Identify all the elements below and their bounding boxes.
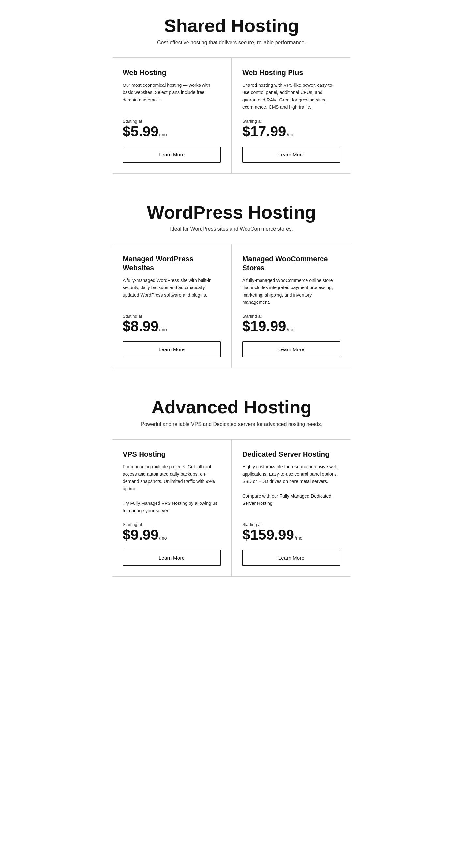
dedicated-server-price: $159.99 <box>242 528 294 542</box>
advanced-hosting-subtitle: Powerful and reliable VPS and Dedicated … <box>111 421 352 427</box>
web-hosting-plus-price-label: Starting at <box>242 119 340 124</box>
web-hosting-plus-description: Shared hosting with VPS-like power, easy… <box>242 82 340 111</box>
dedicated-server-card: Dedicated Server Hosting Highly customiz… <box>232 439 351 577</box>
dedicated-server-period: /mo <box>295 535 302 541</box>
dedicated-server-price-row: $159.99 /mo <box>242 528 340 542</box>
managed-woocommerce-learn-more-button[interactable]: Learn More <box>242 341 340 357</box>
web-hosting-plus-price: $17.99 <box>242 124 286 139</box>
web-hosting-plus-price-row: $17.99 /mo <box>242 124 340 139</box>
vps-hosting-link[interactable]: manage your server <box>128 508 169 513</box>
vps-hosting-price: $9.99 <box>123 528 159 542</box>
advanced-hosting-cards: VPS Hosting For managing multiple projec… <box>111 439 352 577</box>
dedicated-server-title: Dedicated Server Hosting <box>242 450 340 459</box>
shared-hosting-section: Shared Hosting Cost-effective hosting th… <box>101 0 362 187</box>
managed-wordpress-price: $8.99 <box>123 319 159 334</box>
advanced-hosting-title: Advanced Hosting <box>111 397 352 417</box>
web-hosting-learn-more-button[interactable]: Learn More <box>123 147 221 162</box>
managed-woocommerce-price: $19.99 <box>242 319 286 334</box>
managed-woocommerce-price-label: Starting at <box>242 314 340 318</box>
vps-hosting-card: VPS Hosting For managing multiple projec… <box>112 439 232 577</box>
vps-hosting-price-label: Starting at <box>123 522 221 527</box>
managed-wordpress-period: /mo <box>159 327 167 332</box>
vps-hosting-description-extra: Try Fully Managed VPS Hosting by allowin… <box>123 500 221 514</box>
managed-wordpress-price-label: Starting at <box>123 314 221 318</box>
managed-wordpress-card: Managed WordPress Websites A fully-manag… <box>112 244 232 368</box>
dedicated-server-learn-more-button[interactable]: Learn More <box>242 550 340 566</box>
dedicated-server-price-label: Starting at <box>242 522 340 527</box>
managed-wordpress-title: Managed WordPress Websites <box>123 255 221 272</box>
web-hosting-plus-title: Web Hosting Plus <box>242 68 340 77</box>
dedicated-server-description-main: Highly customizable for resource-intensi… <box>242 463 340 485</box>
managed-wordpress-description: A fully-managed WordPress site with buil… <box>123 277 221 306</box>
managed-woocommerce-description: A fully-managed WooCommerce online store… <box>242 277 340 306</box>
advanced-hosting-section: Advanced Hosting Powerful and reliable V… <box>101 381 362 590</box>
web-hosting-card: Web Hosting Our most economical hosting … <box>112 58 232 173</box>
managed-woocommerce-card: Managed WooCommerce Stores A fully-manag… <box>232 244 351 368</box>
vps-hosting-description-main: For managing multiple projects. Get full… <box>123 463 221 492</box>
shared-hosting-subtitle: Cost-effective hosting that delivers sec… <box>111 40 352 46</box>
dedicated-server-description: Highly customizable for resource-intensi… <box>242 463 340 514</box>
wordpress-hosting-title: WordPress Hosting <box>111 202 352 222</box>
vps-hosting-period: /mo <box>159 535 167 541</box>
dedicated-server-description-extra: Compare with our Fully Managed Dedicated… <box>242 492 340 507</box>
managed-woocommerce-price-row: $19.99 /mo <box>242 319 340 334</box>
wordpress-hosting-cards: Managed WordPress Websites A fully-manag… <box>111 244 352 368</box>
wordpress-hosting-subtitle: Ideal for WordPress sites and WooCommerc… <box>111 226 352 232</box>
web-hosting-period: /mo <box>159 132 167 137</box>
web-hosting-price: $5.99 <box>123 124 159 139</box>
web-hosting-title: Web Hosting <box>123 68 221 77</box>
shared-hosting-cards: Web Hosting Our most economical hosting … <box>111 57 352 174</box>
managed-woocommerce-title: Managed WooCommerce Stores <box>242 255 340 272</box>
managed-woocommerce-period: /mo <box>287 327 294 332</box>
vps-hosting-description: For managing multiple projects. Get full… <box>123 463 221 514</box>
web-hosting-plus-period: /mo <box>287 132 294 137</box>
web-hosting-description: Our most economical hosting — works with… <box>123 82 221 111</box>
vps-hosting-learn-more-button[interactable]: Learn More <box>123 550 221 566</box>
vps-hosting-price-row: $9.99 /mo <box>123 528 221 542</box>
web-hosting-price-row: $5.99 /mo <box>123 124 221 139</box>
managed-wordpress-learn-more-button[interactable]: Learn More <box>123 341 221 357</box>
shared-hosting-title: Shared Hosting <box>111 16 352 36</box>
managed-wordpress-price-row: $8.99 /mo <box>123 319 221 334</box>
web-hosting-plus-learn-more-button[interactable]: Learn More <box>242 147 340 162</box>
web-hosting-plus-card: Web Hosting Plus Shared hosting with VPS… <box>232 58 351 173</box>
web-hosting-price-label: Starting at <box>123 119 221 124</box>
vps-hosting-title: VPS Hosting <box>123 450 221 459</box>
wordpress-hosting-section: WordPress Hosting Ideal for WordPress si… <box>101 187 362 382</box>
